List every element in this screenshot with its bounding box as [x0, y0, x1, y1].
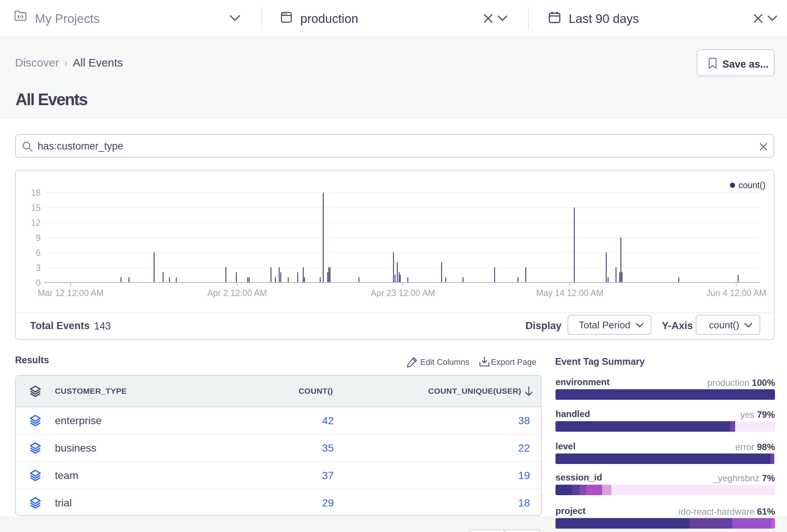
- svg-text:3: 3: [36, 263, 41, 273]
- svg-text:9: 9: [36, 233, 41, 243]
- svg-text:18: 18: [31, 188, 41, 198]
- svg-text:15: 15: [31, 203, 41, 213]
- svg-text:0: 0: [36, 278, 41, 288]
- svg-text:Apr 23 12:00 AM: Apr 23 12:00 AM: [371, 288, 435, 298]
- svg-text:count(): count(): [739, 180, 766, 190]
- svg-text:May 14 12:00 AM: May 14 12:00 AM: [536, 288, 604, 298]
- svg-text:Mar 12 12:00 AM: Mar 12 12:00 AM: [38, 288, 103, 298]
- svg-text:6: 6: [36, 248, 41, 258]
- svg-text:12: 12: [31, 218, 41, 228]
- svg-text:Jun 4 12:00 AM: Jun 4 12:00 AM: [706, 288, 766, 298]
- svg-text:Apr 2 12:00 AM: Apr 2 12:00 AM: [207, 288, 267, 298]
